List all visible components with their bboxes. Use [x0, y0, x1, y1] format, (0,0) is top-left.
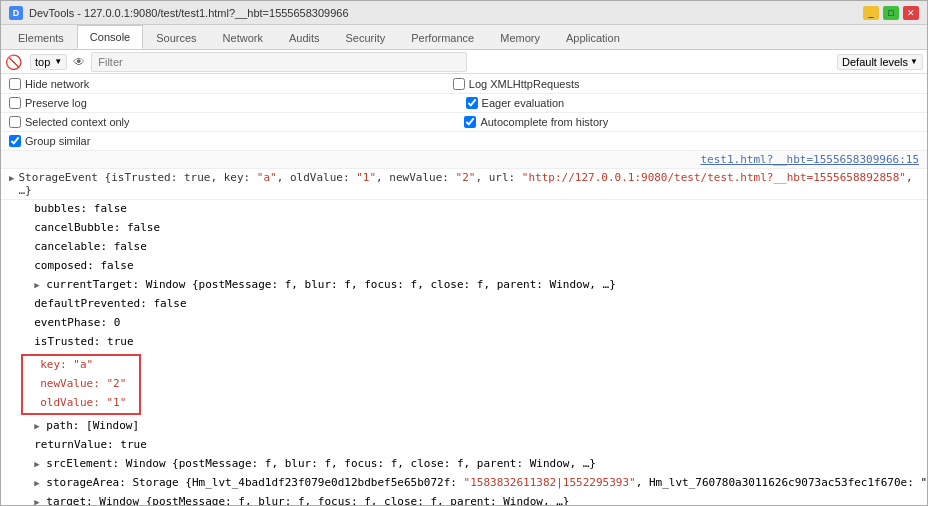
title-bar-left: D DevTools - 127.0.0.1:9080/test/test1.h…	[9, 6, 349, 20]
close-button[interactable]: ✕	[903, 6, 919, 20]
tab-network[interactable]: Network	[210, 25, 276, 49]
console-toolbar: 🚫 top ▼ 👁 Default levels ▼	[1, 50, 927, 74]
eager-eval-checkbox[interactable]: Eager evaluation	[466, 97, 565, 109]
filter-input[interactable]	[91, 52, 467, 72]
expand-icon[interactable]: ▶	[34, 421, 39, 431]
no-entry-icon[interactable]: 🚫	[5, 54, 22, 70]
tab-audits[interactable]: Audits	[276, 25, 333, 49]
highlight-box: key: "a" newValue: "2" oldValue: "1"	[21, 354, 141, 415]
expand-icon[interactable]: ▶	[34, 478, 39, 488]
event-properties: bubbles: false cancelBubble: false cance…	[1, 200, 927, 506]
preserve-log-checkbox[interactable]: Preserve log	[9, 97, 87, 109]
prop-srcelement: ▶ srcElement: Window {postMessage: f, bl…	[1, 455, 927, 474]
devtools-icon: D	[9, 6, 23, 20]
tab-performance[interactable]: Performance	[398, 25, 487, 49]
title-bar: D DevTools - 127.0.0.1:9080/test/test1.h…	[1, 1, 927, 25]
prop-target: ▶ target: Window {postMessage: f, blur: …	[1, 493, 927, 506]
tab-memory[interactable]: Memory	[487, 25, 553, 49]
tab-sources[interactable]: Sources	[143, 25, 209, 49]
prop-storagearea: ▶ storageArea: Storage {Hm_lvt_4bad1df23…	[1, 474, 927, 493]
settings-row-1: Hide network Log XMLHttpRequests	[1, 74, 927, 93]
log-xml-checkbox[interactable]: Log XMLHttpRequests	[453, 78, 580, 90]
settings-row-4: Group similar	[1, 132, 927, 151]
expand-icon[interactable]: ▶	[34, 459, 39, 469]
chevron-down-icon: ▼	[54, 57, 62, 66]
autocomplete-checkbox[interactable]: Autocomplete from history	[464, 116, 608, 128]
prop-returnvalue: returnValue: true	[1, 436, 927, 455]
tab-console[interactable]: Console	[77, 25, 143, 49]
devtools-body: Elements Console Sources Network Audits …	[1, 25, 927, 506]
prop-eventphase: eventPhase: 0	[1, 314, 927, 333]
prop-newvalue: newValue: "2"	[23, 375, 139, 394]
storage-event-line: ▶ StorageEvent {isTrusted: true, key: "a…	[1, 169, 927, 200]
prop-cancelbubble: cancelBubble: false	[1, 219, 927, 238]
prop-composed: composed: false	[1, 257, 927, 276]
log-levels-dropdown[interactable]: Default levels ▼	[837, 54, 923, 70]
maximize-button[interactable]: □	[883, 6, 899, 20]
minimize-button[interactable]: _	[863, 6, 879, 20]
tab-application[interactable]: Application	[553, 25, 633, 49]
console-output: test1.html?__hbt=1555658309966:15 ▶ Stor…	[1, 151, 927, 506]
prop-cancelable: cancelable: false	[1, 238, 927, 257]
prop-istrusted: isTrusted: true	[1, 333, 927, 352]
hide-network-checkbox[interactable]: Hide network	[9, 78, 89, 90]
prop-bubbles: bubbles: false	[1, 200, 927, 219]
prop-path: ▶ path: [Window]	[1, 417, 927, 436]
group-similar-checkbox[interactable]: Group similar	[9, 135, 90, 147]
expand-icon[interactable]: ▶	[34, 497, 39, 506]
title-bar-text: DevTools - 127.0.0.1:9080/test/test1.htm…	[29, 7, 349, 19]
prop-currenttarget: ▶ currentTarget: Window {postMessage: f,…	[1, 276, 927, 295]
settings-row-2: Preserve log Eager evaluation	[1, 94, 927, 113]
prop-oldvalue: oldValue: "1"	[23, 394, 139, 413]
levels-chevron-icon: ▼	[910, 57, 918, 66]
tab-security[interactable]: Security	[333, 25, 399, 49]
tabs-bar: Elements Console Sources Network Audits …	[1, 25, 927, 50]
expand-icon[interactable]: ▶	[9, 173, 14, 183]
file-reference[interactable]: test1.html?__hbt=1555658309966:15	[700, 153, 919, 166]
prop-key: key: "a"	[23, 356, 139, 375]
prop-defaultprevented: defaultPrevented: false	[1, 295, 927, 314]
settings-row-3: Selected context only Autocomplete from …	[1, 113, 927, 132]
context-selector[interactable]: top ▼	[30, 54, 67, 70]
tab-elements[interactable]: Elements	[5, 25, 77, 49]
expand-icon[interactable]: ▶	[34, 280, 39, 290]
eye-icon[interactable]: 👁	[71, 53, 87, 71]
window-controls: _ □ ✕	[863, 6, 919, 20]
selected-context-checkbox[interactable]: Selected context only	[9, 116, 130, 128]
